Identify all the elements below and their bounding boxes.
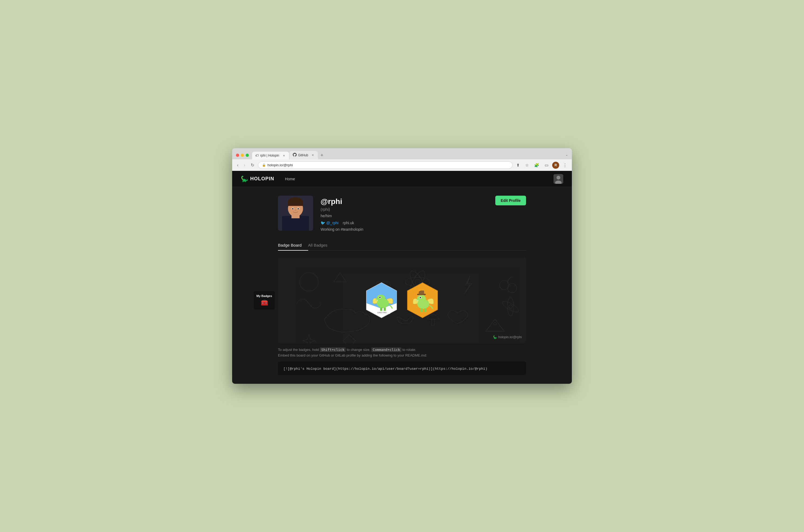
badge-board[interactable]: EARLY PRO — [278, 257, 526, 343]
svg-point-31 — [377, 294, 385, 302]
twitter-icon: 🐦 — [321, 221, 325, 225]
profile-header: @rphi (rphi) he/him 🐦 @_rphi rphi.uk Wor… — [278, 196, 526, 231]
svg-point-11 — [292, 208, 294, 209]
instruction-line-2: Embed this board on your GitHub or GitLa… — [278, 353, 526, 358]
svg-point-12 — [298, 208, 299, 209]
nav-home[interactable]: Home — [285, 177, 295, 181]
embed-code-box[interactable]: [![@rphi's Holopin board](https://holopi… — [278, 362, 526, 375]
avatar-image — [278, 196, 313, 231]
profile-pronouns: he/him — [321, 214, 363, 218]
minimize-window-button[interactable] — [241, 154, 244, 157]
profile-handle: (rphi) — [321, 207, 363, 212]
sidebar-toggle-button[interactable]: ▭ — [543, 162, 550, 169]
svg-rect-8 — [288, 202, 303, 206]
app-nav-links: Home — [285, 177, 295, 181]
my-badges-label: My Badges — [257, 294, 272, 298]
github-tab-label: GitHub — [298, 153, 308, 157]
badge-board-container: My Badges 🧰 — [278, 257, 526, 343]
chest-icon: 🧰 — [261, 299, 268, 306]
profile-info: @rphi (rphi) he/him 🐦 @_rphi rphi.uk Wor… — [321, 196, 363, 231]
back-button[interactable]: ‹ — [236, 162, 240, 169]
board-badges: EARLY PRO — [278, 257, 526, 343]
holopin-favicon: 🏷 — [255, 154, 259, 157]
app-body: 🦕 HOLOPIN Home Edit Profile — [232, 171, 572, 384]
svg-rect-48 — [420, 308, 423, 312]
lock-icon: 🔒 — [262, 163, 266, 167]
svg-rect-36 — [384, 307, 386, 311]
url-display: holopin.io/@rphi — [267, 163, 293, 167]
toolbar-actions: ⬆ ☆ 🧩 ▭ R ⋮ — [515, 162, 568, 169]
browser-profile-avatar[interactable]: R — [552, 162, 559, 169]
svg-point-33 — [379, 297, 381, 298]
new-tab-button[interactable]: + — [318, 151, 326, 159]
close-window-button[interactable] — [236, 154, 239, 157]
svg-point-46 — [420, 297, 421, 298]
website-link[interactable]: rphi.uk — [343, 221, 354, 225]
browser-window: 🏷 rphi | Holopin ✕ GitHub ✕ + ⌄ ‹ — [232, 148, 572, 384]
command-key: Command+click — [371, 347, 401, 352]
github-favicon — [293, 153, 297, 157]
svg-rect-49 — [424, 308, 426, 312]
extend-tabs-icon[interactable]: ⌄ — [565, 153, 568, 157]
svg-point-13 — [295, 210, 296, 211]
shift-key: Shift+click — [320, 347, 345, 352]
browser-menu-button[interactable]: ⋮ — [561, 162, 568, 169]
watermark-text: holopin.io/@rphi — [498, 335, 522, 339]
badge-1[interactable]: EARLY PRO — [365, 282, 398, 319]
address-bar[interactable]: 🔒 holopin.io/@rphi — [258, 162, 512, 169]
forward-button[interactable]: › — [242, 162, 247, 169]
svg-point-47 — [420, 297, 420, 298]
app-logo: 🦕 HOLOPIN — [241, 175, 274, 183]
reload-button[interactable]: ↻ — [249, 162, 256, 169]
board-instructions: To adjust the badges, hold Shift+click t… — [278, 347, 526, 358]
tab-github[interactable]: GitHub ✕ — [289, 151, 318, 159]
app-content: Edit Profile — [267, 187, 537, 384]
twitter-handle: @_rphi — [326, 221, 338, 225]
logo-icon: 🦕 — [241, 175, 248, 183]
navbar-user-avatar[interactable] — [554, 174, 563, 184]
bookmark-button[interactable]: ☆ — [524, 162, 530, 169]
board-watermark: 🦕 holopin.io/@rphi — [493, 335, 522, 339]
holopin-tab-label: rphi | Holopin — [260, 154, 279, 157]
profile-username: @rphi — [321, 197, 363, 206]
svg-text:EARLY PRO: EARLY PRO — [377, 312, 387, 314]
svg-rect-35 — [380, 307, 382, 311]
instruction-line-1: To adjust the badges, hold Shift+click t… — [278, 347, 526, 353]
profile-links: 🐦 @_rphi rphi.uk — [321, 221, 363, 225]
app-navbar: 🦕 HOLOPIN Home — [232, 171, 572, 187]
profile-avatar — [278, 196, 313, 231]
browser-chrome: 🏷 rphi | Holopin ✕ GitHub ✕ + ⌄ ‹ — [232, 148, 572, 171]
embed-code-text: [![@rphi's Holopin board](https://holopi… — [283, 367, 487, 371]
extensions-button[interactable]: 🧩 — [532, 162, 541, 169]
badge-2[interactable] — [406, 282, 439, 319]
svg-point-42 — [417, 295, 426, 302]
browser-titlebar: 🏷 rphi | Holopin ✕ GitHub ✕ + ⌄ — [232, 148, 572, 159]
traffic-lights — [236, 154, 249, 157]
tab-badge-board[interactable]: Badge Board — [278, 240, 308, 251]
tab-all-badges[interactable]: All Badges — [308, 240, 334, 251]
maximize-window-button[interactable] — [246, 154, 249, 157]
svg-point-1 — [557, 176, 560, 179]
logo-text: HOLOPIN — [250, 176, 274, 182]
my-badges-tab[interactable]: My Badges 🧰 — [254, 291, 275, 309]
share-button[interactable]: ⬆ — [515, 162, 521, 169]
app-navbar-right — [554, 174, 563, 184]
tab-holopin[interactable]: 🏷 rphi | Holopin ✕ — [252, 152, 289, 159]
browser-toolbar: ‹ › ↻ 🔒 holopin.io/@rphi ⬆ ☆ 🧩 ▭ R ⋮ — [232, 159, 572, 171]
twitter-link[interactable]: 🐦 @_rphi — [321, 221, 338, 225]
svg-point-34 — [379, 297, 380, 297]
profile-tabs: Badge Board All Badges — [278, 240, 526, 251]
profile-working-on: Working on #teamholopin — [321, 227, 363, 231]
edit-profile-button[interactable]: Edit Profile — [495, 196, 526, 205]
github-tab-close[interactable]: ✕ — [311, 153, 315, 157]
tabs-bar: 🏷 rphi | Holopin ✕ GitHub ✕ + — [252, 151, 562, 159]
holopin-tab-close[interactable]: ✕ — [282, 154, 286, 157]
watermark-icon: 🦕 — [493, 335, 497, 339]
